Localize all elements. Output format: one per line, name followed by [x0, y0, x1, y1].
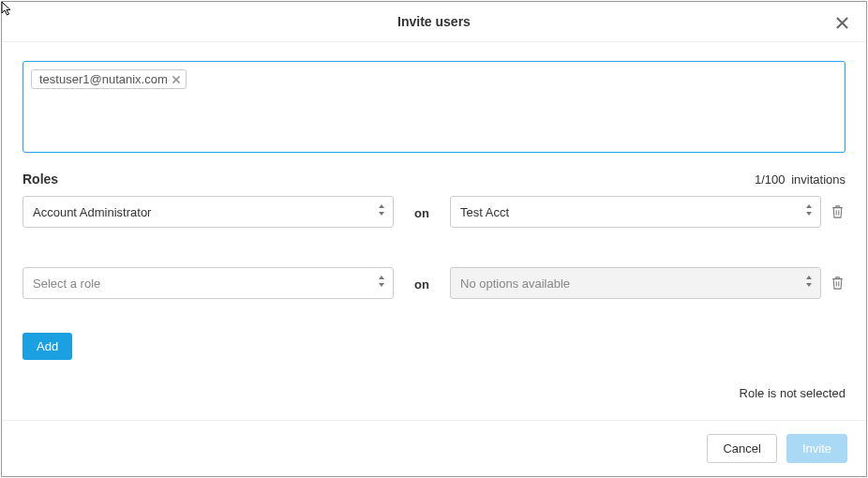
roles-label: Roles [22, 172, 58, 187]
cursor-icon [1, 1, 14, 18]
email-chip: testuser1@nutanix.com [31, 69, 187, 89]
close-icon [172, 75, 181, 84]
close-icon [836, 17, 848, 29]
role-row: Select a role on No options available [22, 267, 846, 299]
modal-header: Invite users [2, 2, 866, 42]
scope-select[interactable]: No options available [450, 267, 821, 299]
modal-footer: Cancel Invite [2, 420, 866, 476]
add-button[interactable]: Add [22, 333, 72, 360]
scope-select-value: No options available [460, 276, 570, 291]
scope-select-wrap: No options available [450, 267, 821, 299]
role-row: Account Administrator on Test Acct [22, 196, 846, 228]
invite-users-modal: Invite users testuser1@nutanix.com Roles… [1, 1, 867, 477]
error-message: Role is not selected [22, 386, 846, 400]
role-select[interactable]: Select a role [22, 267, 394, 299]
scope-select-value: Test Acct [460, 205, 509, 219]
delete-row-button[interactable] [829, 276, 846, 290]
email-input-box[interactable]: testuser1@nutanix.com [22, 61, 846, 153]
chip-remove-button[interactable] [172, 75, 181, 84]
email-chip-text: testuser1@nutanix.com [39, 72, 168, 86]
invite-button[interactable]: Invite [786, 434, 847, 463]
cancel-button[interactable]: Cancel [707, 434, 776, 463]
on-label: on [394, 204, 450, 220]
role-select-wrap: Select a role [22, 267, 394, 299]
role-select-value: Select a role [33, 276, 100, 291]
trash-icon [831, 276, 844, 290]
scope-select[interactable]: Test Acct [450, 196, 821, 228]
delete-row-button[interactable] [829, 205, 846, 218]
modal-title: Invite users [21, 14, 847, 29]
role-select-wrap: Account Administrator [22, 196, 394, 228]
trash-icon [831, 205, 844, 218]
on-label: on [394, 276, 450, 291]
close-button[interactable] [831, 11, 853, 34]
role-select[interactable]: Account Administrator [22, 196, 394, 228]
invitations-count: 1/100 invitations [755, 172, 846, 187]
scope-select-wrap: Test Acct [450, 196, 821, 228]
modal-body: testuser1@nutanix.com Roles 1/100 invita… [2, 42, 866, 420]
role-select-value: Account Administrator [33, 205, 151, 219]
roles-header-row: Roles 1/100 invitations [22, 172, 846, 187]
